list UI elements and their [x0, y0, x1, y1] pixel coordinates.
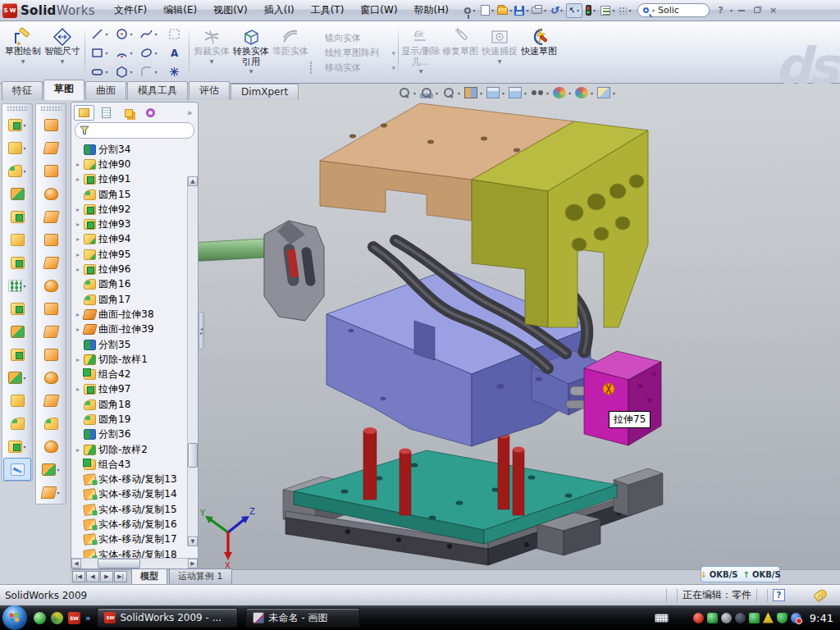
- trim-entities-button[interactable]: 剪裁实体 ▼: [192, 24, 231, 81]
- surface-tool-button[interactable]: ▾: [37, 366, 65, 389]
- quick-snaps-button[interactable]: 快速捕捉 ▼: [480, 24, 519, 81]
- expand-arrow-icon[interactable]: ▸: [75, 326, 81, 333]
- expand-arrow-icon[interactable]: ▸: [75, 206, 81, 213]
- taskbar-task-button[interactable]: 未命名 - 画图: [245, 608, 360, 628]
- tray-warning-icon[interactable]: [763, 613, 774, 623]
- dropdown-arrow-icon[interactable]: ▾: [500, 90, 506, 96]
- quick-tips-icon[interactable]: ?: [773, 589, 785, 601]
- surface-tool-button[interactable]: ▾: [37, 228, 65, 251]
- view-settings-icon[interactable]: ▾: [597, 87, 617, 98]
- tray-volume-icon[interactable]: [735, 613, 746, 623]
- dropdown-arrow-icon[interactable]: ▼: [249, 68, 253, 74]
- tray-shield-icon[interactable]: [777, 613, 788, 623]
- tray-antivirus-icon[interactable]: [707, 613, 718, 623]
- previous-view-icon[interactable]: ▾: [442, 87, 462, 98]
- feature-tree-item[interactable]: ▸ 拉伸96: [75, 262, 198, 276]
- save-icon[interactable]: ▾: [514, 3, 531, 18]
- toolbar-overflow-icon[interactable]: ▾: [618, 3, 634, 18]
- feature-tree-item[interactable]: ▸ 实体-移动/复制18: [75, 547, 198, 558]
- point-icon[interactable]: [162, 62, 186, 81]
- feature-tree-item[interactable]: ▸ 圆角17: [75, 292, 198, 307]
- dropdown-arrow-icon[interactable]: ▾: [627, 7, 632, 13]
- expand-arrow-icon[interactable]: ▸: [75, 386, 81, 393]
- tray-network-icon[interactable]: [749, 613, 760, 623]
- slot-icon[interactable]: ▾: [88, 62, 112, 81]
- surface-tool-button[interactable]: ▾: [37, 182, 65, 205]
- feature-tool-button[interactable]: ▾: [3, 297, 31, 320]
- feature-tree-item[interactable]: ▸ 拉伸97: [75, 382, 198, 397]
- tags-icon[interactable]: [813, 588, 829, 603]
- scrollbar-thumb[interactable]: [188, 443, 198, 468]
- surface-tool-button[interactable]: ▾: [37, 458, 65, 481]
- dropdown-arrow-icon[interactable]: ▼: [391, 65, 395, 71]
- feature-tool-button[interactable]: ▾: [3, 251, 31, 274]
- feature-tool-button[interactable]: ▾: [3, 274, 31, 297]
- feature-tree-item[interactable]: ▸ 曲面-拉伸38: [75, 307, 198, 322]
- rapid-sketch-button[interactable]: 快速草图: [519, 24, 559, 81]
- move-entities-button[interactable]: 移动实体 ▼: [310, 62, 395, 74]
- dropdown-arrow-icon[interactable]: ▾: [478, 90, 484, 96]
- feature-tree-item[interactable]: ▸ 组合42: [75, 367, 198, 381]
- graphics-area[interactable]: Y Z X ▾▾▾▾▾▾▾▾▾▾ × 拉伸75: [199, 84, 840, 569]
- search-value[interactable]: Solic: [658, 5, 679, 16]
- dropdown-arrow-icon[interactable]: ▾: [23, 168, 25, 174]
- command-tab[interactable]: 评估: [189, 81, 230, 100]
- sketch-fillet-icon[interactable]: ▾: [137, 62, 162, 81]
- rectangle-icon[interactable]: ▾: [88, 43, 112, 62]
- line-icon[interactable]: ▾: [88, 25, 112, 43]
- surface-tool-button[interactable]: ▾: [37, 389, 65, 412]
- mirror-entities-button[interactable]: 镜向实体: [310, 32, 395, 44]
- new-document-icon[interactable]: ▾: [480, 3, 496, 18]
- linear-sketch-pattern-button[interactable]: 线性草图阵列 ▼: [310, 47, 395, 59]
- command-tab[interactable]: 草图: [43, 80, 84, 100]
- dropdown-arrow-icon[interactable]: ▾: [434, 90, 440, 96]
- dropdown-arrow-icon[interactable]: ▾: [559, 7, 564, 13]
- dropdown-arrow-icon[interactable]: ▾: [524, 7, 530, 13]
- nav-next-button[interactable]: ▶: [100, 571, 113, 582]
- zoom-fit-icon[interactable]: ▾: [398, 87, 418, 98]
- dropdown-arrow-icon[interactable]: ▾: [508, 7, 514, 13]
- tab-property-manager[interactable]: [96, 105, 116, 121]
- display-delete-relations-button[interactable]: 6k 显示/删除几... ▼: [401, 24, 441, 81]
- feature-tree-item[interactable]: ▸ 圆角15: [75, 187, 198, 202]
- feature-tool-button[interactable]: ▾: [3, 182, 31, 205]
- dropdown-arrow-icon[interactable]: ▾: [23, 283, 25, 289]
- tree-filter-box[interactable]: [75, 122, 194, 139]
- model-magenta-block[interactable]: [584, 351, 661, 445]
- dropdown-arrow-icon[interactable]: ▾: [456, 90, 462, 96]
- help-dropdown-icon[interactable]: ▾: [728, 7, 734, 13]
- feature-tree-item[interactable]: ▸ 组合43: [75, 457, 198, 472]
- dropdown-arrow-icon[interactable]: ▾: [471, 7, 477, 13]
- surface-tool-button[interactable]: ▾: [37, 159, 65, 182]
- expand-arrow-icon[interactable]: ▸: [75, 356, 81, 363]
- smart-dimension-button[interactable]: 智能尺寸 ▼: [43, 24, 82, 81]
- expand-arrow-icon[interactable]: ▸: [75, 266, 81, 273]
- search-input[interactable]: ▾ Solic: [637, 3, 710, 17]
- dropdown-arrow-icon[interactable]: ▾: [412, 90, 418, 96]
- bottom-tab[interactable]: 模型: [131, 568, 167, 584]
- options-icon[interactable]: ▾: [600, 3, 617, 18]
- help-button[interactable]: ?: [713, 4, 728, 16]
- scroll-right-icon[interactable]: ▶: [188, 559, 198, 568]
- tray-sync-icon[interactable]: [791, 613, 801, 623]
- feature-tool-button[interactable]: ▾: [3, 136, 31, 159]
- menu-item[interactable]: 工具(T): [304, 1, 352, 20]
- feature-tree-item[interactable]: ▸ 拉伸91: [75, 172, 198, 187]
- feature-tree-item[interactable]: ▸ 分割34: [75, 142, 198, 157]
- scroll-down-icon[interactable]: ▼: [188, 536, 198, 546]
- feature-tree-item[interactable]: ▸ 拉伸92: [75, 202, 198, 217]
- ellipse-icon[interactable]: ▾: [137, 43, 162, 62]
- expand-arrow-icon[interactable]: ▸: [75, 221, 81, 228]
- menu-item[interactable]: 插入(I): [257, 1, 302, 20]
- undo-icon[interactable]: ↺▾: [549, 3, 565, 18]
- expand-arrow-icon[interactable]: ▸: [75, 235, 81, 243]
- toolbar-drag-handle-icon[interactable]: [40, 106, 62, 112]
- surface-tool-button[interactable]: ▾: [37, 481, 65, 504]
- feature-tool-button[interactable]: ▾: [3, 412, 31, 435]
- nav-first-button[interactable]: |◀: [72, 571, 85, 582]
- surface-tool-button[interactable]: ▾: [37, 297, 65, 320]
- feature-tree-item[interactable]: ▸ 分割35: [75, 337, 198, 352]
- scrollbar-thumb[interactable]: [98, 559, 140, 568]
- tree-filter-input[interactable]: [93, 126, 175, 136]
- keyboard-layout-icon[interactable]: [655, 614, 669, 623]
